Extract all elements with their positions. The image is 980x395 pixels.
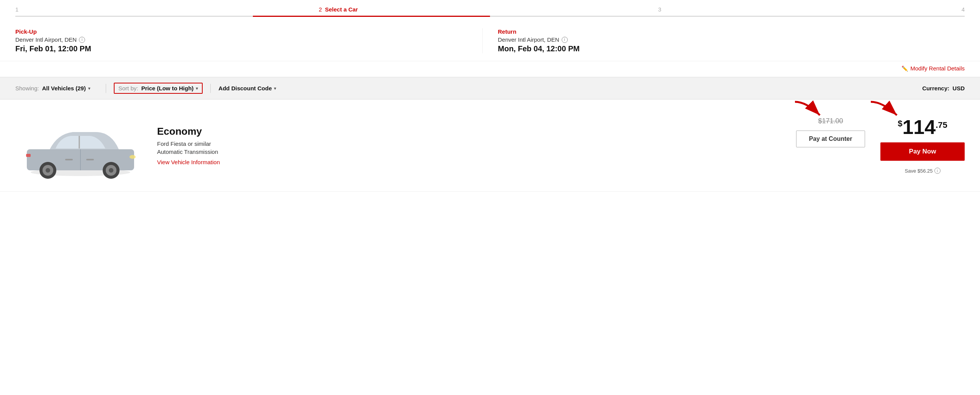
car-category: Economy: [157, 126, 785, 137]
pickup-label: Pick-Up: [15, 28, 482, 35]
bar-seg-2: [253, 16, 490, 17]
return-col: Return Denver Intl Airport, DEN i Mon, F…: [482, 28, 965, 53]
sort-chevron-icon: ▾: [196, 86, 198, 91]
showing-value: All Vehicles (29): [42, 85, 86, 91]
counter-price-strikethrough: $171.00: [818, 117, 843, 125]
step-1-number: 1: [15, 6, 18, 13]
car-image: [19, 111, 142, 180]
svg-point-4: [129, 155, 136, 159]
svg-rect-12: [65, 159, 73, 160]
pay-counter-option: $171.00 Pay at Counter: [796, 117, 865, 147]
rental-info: Pick-Up Denver Intl Airport, DEN i Fri, …: [0, 17, 980, 61]
pay-now-option: $ 114 .75 Pay Now Save $56.25 i: [880, 117, 965, 174]
bar-seg-1: [15, 16, 253, 17]
return-info-icon[interactable]: i: [562, 37, 568, 43]
arrow-counter-icon: [791, 98, 822, 117]
discount-chevron-icon: ▾: [274, 86, 276, 91]
view-vehicle-link[interactable]: View Vehicle Information: [157, 159, 220, 165]
svg-rect-13: [86, 159, 94, 160]
pay-now-button[interactable]: Pay Now: [880, 142, 965, 161]
modify-rental-link[interactable]: ✏️ Modify Rental Details: [901, 65, 965, 72]
showing-label: Showing:: [15, 85, 39, 91]
step-2-label: Select a Car: [325, 6, 358, 13]
arrow-now-icon: [867, 98, 898, 117]
step-2: 2 Select a Car: [319, 6, 358, 13]
svg-point-8: [46, 168, 50, 173]
now-price-main: 114: [902, 117, 936, 137]
car-image-area: [15, 111, 146, 180]
car-transmission: Automatic Transmission: [157, 149, 785, 155]
pricing-area: $171.00 Pay at Counter $ 114: [796, 117, 965, 174]
filter-bar: Showing: All Vehicles (29) ▾ Sort by: Pr…: [0, 77, 980, 100]
step-4: 4: [962, 6, 965, 13]
step-2-number: 2: [319, 6, 322, 13]
return-label: Return: [498, 28, 965, 35]
showing-chevron-icon: ▾: [88, 86, 90, 91]
now-price-cents: .75: [936, 120, 947, 130]
save-info-icon[interactable]: i: [934, 168, 941, 174]
bar-seg-3: [490, 16, 728, 17]
sort-value: Price (Low to High): [141, 85, 194, 91]
now-price-display: $ 114 .75: [898, 117, 947, 137]
currency-value: USD: [952, 85, 965, 91]
pickup-date: Fri, Feb 01, 12:00 PM: [15, 44, 482, 53]
discount-filter[interactable]: Add Discount Code ▾: [218, 85, 284, 91]
filter-divider-2: [210, 84, 211, 93]
return-location: Denver Intl Airport, DEN i: [498, 36, 965, 43]
svg-rect-5: [26, 154, 31, 157]
step-3: 3: [658, 6, 661, 13]
modify-row: ✏️ Modify Rental Details: [0, 61, 980, 77]
pickup-col: Pick-Up Denver Intl Airport, DEN i Fri, …: [15, 28, 482, 53]
showing-filter[interactable]: Showing: All Vehicles (29) ▾: [15, 85, 98, 91]
car-details: Economy Ford Fiesta or similar Automatic…: [146, 126, 796, 166]
sort-label: Sort by:: [118, 85, 138, 91]
pay-at-counter-button[interactable]: Pay at Counter: [796, 131, 865, 147]
filter-divider-1: [106, 84, 106, 93]
step-1: 1: [15, 6, 18, 13]
progress-section: 1 2 Select a Car 3 4: [0, 0, 980, 17]
pencil-icon: ✏️: [901, 65, 908, 72]
sort-filter[interactable]: Sort by: Price (Low to High) ▾: [114, 83, 203, 94]
pickup-location: Denver Intl Airport, DEN i: [15, 36, 482, 43]
step-4-number: 4: [962, 6, 965, 13]
step-3-number: 3: [658, 6, 661, 13]
discount-label: Add Discount Code: [218, 85, 272, 91]
bar-seg-4: [728, 16, 965, 17]
car-model: Ford Fiesta or similar: [157, 140, 785, 147]
progress-bar: [15, 16, 965, 17]
pickup-info-icon[interactable]: i: [79, 37, 85, 43]
now-price-dollar: $: [898, 119, 902, 129]
return-date: Mon, Feb 04, 12:00 PM: [498, 44, 965, 53]
currency-display: Currency: USD: [922, 85, 965, 91]
svg-point-11: [109, 168, 113, 173]
save-text: Save $56.25 i: [905, 168, 940, 174]
car-listing: Economy Ford Fiesta or similar Automatic…: [0, 100, 980, 192]
